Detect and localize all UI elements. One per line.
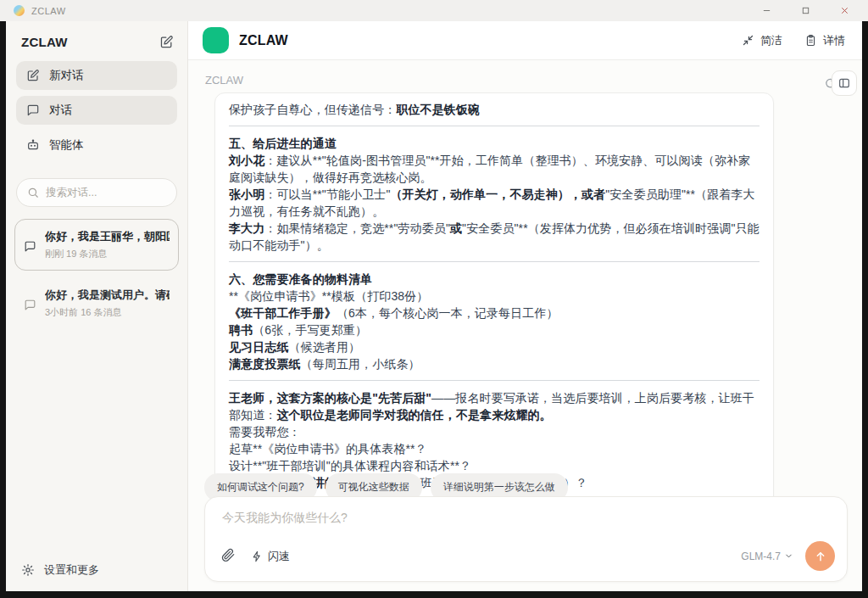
window-title: ZCLAW [31,6,66,16]
compose-icon[interactable] [159,35,174,49]
message-paragraph: 刘小花：建议从**"轮值岗-图书管理员"**开始，工作简单（整理书）、环境安静、… [229,152,760,186]
chat-bubble-icon [24,232,36,260]
message-paragraph: 设计**"班干部培训"的具体课程内容和话术**？ [229,457,760,474]
sidebar-item-label: 对话 [49,103,72,118]
lightning-icon [251,550,263,562]
compact-mode-label: 简洁 [760,33,782,48]
conversation-texts: 你好，我是王丽华，朝阳区... 刚刚 19 条消息 [45,229,170,260]
detail-mode-button[interactable]: 详情 [804,33,845,48]
message-heading: 五、给后进生的通道 [229,135,760,152]
brand-logo-icon [203,27,229,53]
conversation-item[interactable]: 你好，我是测试用户。请确... 3小时前 16 条消息 [14,277,179,329]
header-actions: 简洁 详情 [742,33,845,48]
message-paragraph: 李大力：如果情绪稳定，竞选**"劳动委员"或"安全委员"**（发挥体力优势，但必… [229,220,760,254]
composer-toolbar: 闪速 GLM-4.7 [205,541,847,581]
message-sender: ZCLAW [205,74,243,87]
chat-bubble-icon [24,290,36,319]
message-heading: 六、您需要准备的物料清单 [229,271,760,288]
search-box[interactable] [16,178,177,207]
send-button[interactable] [805,541,835,571]
attach-icon[interactable] [220,547,236,566]
message-paragraph: 聘书（6张，手写更郑重） [229,321,760,338]
sidebar-item-agents[interactable]: 智能体 [16,131,177,159]
message-input[interactable] [205,497,847,541]
new-chat-icon [26,69,40,82]
message-paragraph: 保护孩子自尊心，但传递信号：职位不是铁饭碗 [229,101,760,118]
message-paragraph: 需要我帮您： [229,423,760,440]
sidebar-item-label: 新对话 [49,68,84,83]
quick-mode-button[interactable]: 闪速 [251,549,290,564]
chat-area: ZCLAW 保护孩子自尊心，但传递信号：职位不是铁饭碗五、给后进生的通道刘小花：… [188,60,862,591]
conversation-meta: 刚刚 19 条消息 [45,248,170,260]
settings-and-more[interactable]: 设置和更多 [6,549,187,591]
close-button[interactable] [837,4,851,18]
maximize-button[interactable] [798,4,812,18]
quick-mode-label: 闪速 [268,549,290,564]
window-controls [760,4,860,18]
collapse-icon [742,34,754,47]
message-divider [229,261,760,262]
sidebar-nav: 新对话 对话 智能体 [6,61,187,159]
toggle-panel-button[interactable] [832,70,857,96]
message-divider [229,126,760,126]
message-divider [229,380,760,381]
app-window: ZCLAW 新对话 对话 智能体 [6,21,862,591]
message-paragraph: **《岗位申请书》**模板（打印38份） [229,288,760,305]
chevron-down-icon [784,551,793,561]
message-content: 保护孩子自尊心，但传递信号：职位不是铁饭碗五、给后进生的通道刘小花：建议从**"… [229,101,760,508]
conversation-title: 你好，我是王丽华，朝阳区... [45,229,170,244]
model-selector[interactable]: GLM-4.7 [741,550,793,562]
chat-bubble-icon [26,103,40,117]
conversation-title: 你好，我是测试用户。请确... [45,288,170,303]
message-paragraph: 《班干部工作手册》（6本，每个核心岗一本，记录每日工作） [229,305,760,321]
message-paragraph: 见习日志纸（候选者用） [229,338,760,355]
sidebar-item-new-chat[interactable]: 新对话 [16,61,177,90]
brand-name: ZCLAW [239,33,288,48]
compact-mode-button[interactable]: 简洁 [742,33,782,48]
composer: 闪速 GLM-4.7 [204,496,848,582]
conversation-item-active[interactable]: 你好，我是王丽华，朝阳区... 刚刚 19 条消息 [14,219,179,271]
minimize-button[interactable] [760,4,773,18]
sidebar: ZCLAW 新对话 对话 智能体 [6,21,188,591]
message-paragraph: 满意度投票纸（每周五用，小纸条） [229,355,760,372]
search-icon [27,187,39,198]
robot-icon [26,138,40,152]
model-name: GLM-4.7 [741,550,781,562]
conversation-texts: 你好，我是测试用户。请确... 3小时前 16 条消息 [45,288,170,319]
composer-right: GLM-4.7 [741,541,835,571]
chat-tools [824,70,857,96]
message-paragraph: 张小明：可以当**"节能小卫士"（开关灯，动作单一，不易走神），或者"安全委员助… [229,186,760,220]
app-logo-icon [14,5,25,16]
conversation-meta: 3小时前 16 条消息 [45,306,170,319]
window-titlebar: ZCLAW [0,0,868,21]
message-paragraph: 起草**《岗位申请书》的具体表格**？ [229,440,760,457]
message-paragraph: 王老师，这套方案的核心是"先苦后甜"——报名时要写承诺，当选后要培训，上岗后要考… [229,389,760,423]
sidebar-item-label: 智能体 [49,137,84,153]
gear-icon [21,563,35,577]
clipboard-icon [804,34,817,47]
settings-label: 设置和更多 [44,562,99,578]
sidebar-header: ZCLAW [6,21,187,61]
assistant-message-card: 保护孩子自尊心，但传递信号：职位不是铁饭碗五、给后进生的通道刘小花：建议从**"… [214,92,774,519]
search-input[interactable] [46,187,164,198]
sidebar-item-conversations[interactable]: 对话 [16,96,177,125]
brand: ZCLAW [203,27,288,53]
detail-mode-label: 详情 [823,33,845,48]
conversation-list: 你好，我是王丽华，朝阳区... 刚刚 19 条消息 你好，我是测试用户。请确..… [6,219,187,329]
main-panel: ZCLAW 简洁 详情 ZCLAW [188,21,862,591]
sidebar-title: ZCLAW [21,35,68,49]
chat-header: ZCLAW 简洁 详情 [188,21,862,60]
